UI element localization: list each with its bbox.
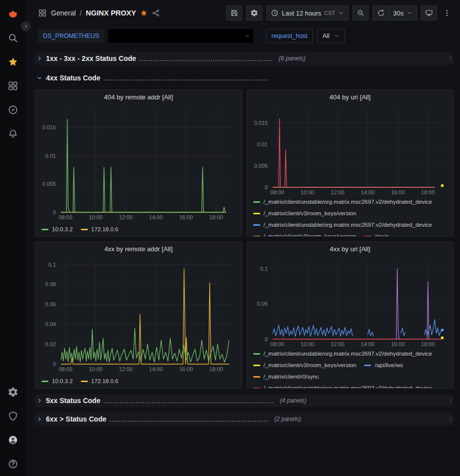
legend-label: /_matrix/client/unstable/org.matrix.msc2…: [264, 351, 433, 357]
zoom-out-icon: [357, 9, 365, 17]
dashboard-row-6xx[interactable]: 6xx > Status Code ......................…: [35, 413, 454, 426]
panels-grid: 404 by remote addr [All] 00.0050.010.015…: [35, 89, 454, 389]
svg-text:0.05: 0.05: [257, 301, 267, 307]
svg-text:0.1: 0.1: [260, 266, 267, 272]
legend-item[interactable]: /_matrix/client/unstable/org.matrix.msc2…: [253, 220, 433, 230]
row-title: 5xx Status Code: [46, 397, 100, 405]
legend-swatch: [364, 365, 371, 366]
legend-item[interactable]: 10.0.3.2: [41, 376, 73, 386]
svg-text:14:00: 14:00: [361, 189, 375, 195]
sidebar: [0, 0, 26, 476]
sidebar-item-help[interactable]: [0, 452, 26, 476]
legend-label: /_matrix/client/r0/sync: [264, 374, 319, 380]
dashboard-menu-button[interactable]: [441, 5, 453, 20]
svg-text:10:00: 10:00: [89, 366, 103, 372]
svg-text:10:00: 10:00: [300, 341, 314, 347]
sidebar-item-alerting[interactable]: [0, 122, 26, 146]
sidebar-item-server-admin[interactable]: [0, 404, 26, 428]
sidebar-item-explore[interactable]: [0, 98, 26, 122]
time-range-picker[interactable]: Last 12 hours CST: [266, 5, 349, 20]
dashboard-row-5xx[interactable]: 5xx Status Code ........................…: [35, 394, 454, 407]
zoom-out-time-button[interactable]: [353, 5, 369, 20]
legend-item[interactable]: /_matrix/client/unstable/org.matrix.msc2…: [253, 197, 433, 207]
main-area: General / NGINX PROXY Last 12 hours CST: [26, 0, 460, 476]
variable-label-request-host[interactable]: request_host: [266, 29, 313, 43]
time-series-chart[interactable]: 00.0050.010.01508:0010:0012:0014:0016:00…: [39, 104, 238, 221]
time-series-chart[interactable]: 00.050.108:0010:0012:0014:0016:0018:00: [251, 256, 450, 348]
time-series-chart[interactable]: 00.020.040.060.080.108:0010:0012:0014:00…: [39, 256, 238, 373]
shield-icon: [7, 411, 18, 422]
sidebar-item-dashboards[interactable]: [0, 74, 26, 98]
svg-text:12:00: 12:00: [331, 341, 345, 347]
legend-item[interactable]: 172.18.0.6: [81, 376, 118, 386]
cycle-view-mode-button[interactable]: [421, 5, 437, 20]
svg-text:10:00: 10:00: [89, 214, 103, 220]
legend-label: 172.18.0.6: [91, 378, 118, 384]
legend-item[interactable]: 10.0.3.2: [41, 224, 73, 234]
timezone-label: CST: [324, 10, 335, 16]
legend-item[interactable]: /_matrix/client/v3/room_keys/version: [253, 231, 357, 236]
svg-text:16:00: 16:00: [179, 366, 193, 372]
row-drag-handle-icon[interactable]: [448, 54, 454, 63]
chevron-right-icon: [36, 55, 43, 62]
svg-text:18:00: 18:00: [209, 366, 223, 372]
legend-label: /_matrix/client/unstable/org.matrix.msc2…: [264, 222, 433, 228]
sidebar-item-starred[interactable]: [0, 50, 26, 74]
panel-title[interactable]: 4xx by uri [All]: [247, 242, 454, 256]
save-dashboard-button[interactable]: [226, 5, 242, 20]
legend-label: 10.0.3.2: [52, 378, 73, 384]
legend-item[interactable]: /api/live/ws: [364, 360, 403, 370]
panel-title-text: 4xx by remote addr [All]: [104, 245, 173, 253]
share-dashboard-button[interactable]: [152, 9, 160, 17]
breadcrumb-section[interactable]: General: [51, 9, 76, 17]
chevron-right-icon: [36, 416, 43, 423]
legend-swatch: [253, 388, 260, 389]
legend-swatch: [253, 201, 260, 203]
svg-text:0.01: 0.01: [45, 153, 56, 159]
sidebar-item-profile[interactable]: [0, 428, 26, 452]
panel-4xx-by-uri: 4xx by uri [All] 00.050.108:0010:0012:00…: [247, 241, 454, 389]
panel-404-by-uri: 404 by uri [All] 00.0050.010.01508:0010:…: [247, 89, 454, 237]
request-host-select[interactable]: All: [317, 29, 345, 43]
dashboard-row-1xx-3xx-2xx[interactable]: 1xx - 3xx - 2xx Status Code ............…: [35, 52, 454, 65]
dashboard-settings-button[interactable]: [246, 5, 262, 20]
legend-item[interactable]: /sw.js: [364, 231, 389, 236]
dashboard-toolbar: Last 12 hours CST 30s: [226, 5, 453, 20]
panel-title[interactable]: 4xx by remote addr [All]: [35, 242, 242, 256]
row-panel-count: (4 panels): [280, 397, 306, 404]
legend-item[interactable]: /_matrix/client/r0/sync: [253, 372, 319, 382]
legend-item[interactable]: 172.18.0.6: [81, 224, 118, 234]
panel-404-by-remote-addr: 404 by remote addr [All] 00.0050.010.015…: [35, 89, 242, 237]
svg-text:16:00: 16:00: [391, 341, 405, 347]
legend-item[interactable]: /_matrix/client/v3/room_keys/version: [253, 360, 357, 370]
datasource-select[interactable]: [108, 29, 253, 43]
panel-legend: 10.0.3.2172.18.0.6: [35, 223, 242, 234]
grafana-logo[interactable]: [0, 0, 26, 26]
panel-4xx-by-remote-addr: 4xx by remote addr [All] 00.020.040.060.…: [35, 241, 242, 389]
gear-icon: [7, 387, 18, 398]
refresh-group: 30s: [373, 5, 417, 20]
svg-text:12:00: 12:00: [331, 189, 345, 195]
refresh-interval-picker[interactable]: 30s: [389, 5, 417, 20]
sidebar-item-configuration[interactable]: [0, 380, 26, 404]
dashboard-row-4xx[interactable]: 4xx Status Code ........................…: [35, 71, 454, 84]
legend-item[interactable]: /_matrix/client/v3/room_keys/version: [253, 208, 357, 218]
svg-text:0: 0: [53, 209, 56, 215]
sidebar-expand-button[interactable]: [21, 21, 30, 31]
legend-swatch: [253, 376, 260, 378]
svg-text:18:00: 18:00: [421, 341, 435, 347]
legend-item[interactable]: /_matrix/client/unstable/org.matrix.msc2…: [253, 349, 433, 359]
compass-icon: [7, 104, 18, 115]
favorite-star-button[interactable]: [140, 9, 148, 17]
legend-item[interactable]: /_matrix/client/unstable/org.matrix.msc2…: [253, 383, 433, 388]
svg-text:0: 0: [264, 184, 267, 190]
time-series-chart[interactable]: 00.0050.010.01508:0010:0012:0014:0016:00…: [251, 104, 450, 196]
svg-text:18:00: 18:00: [421, 189, 435, 195]
refresh-dashboard-button[interactable]: [373, 5, 389, 20]
row-title: 1xx - 3xx - 2xx Status Code: [46, 54, 136, 62]
panel-title[interactable]: 404 by remote addr [All]: [35, 90, 242, 104]
row-drag-handle-icon[interactable]: [448, 396, 454, 405]
panel-title[interactable]: 404 by uri [All]: [247, 90, 454, 104]
row-drag-handle-icon[interactable]: [448, 415, 454, 424]
legend-label: 172.18.0.6: [91, 226, 118, 232]
